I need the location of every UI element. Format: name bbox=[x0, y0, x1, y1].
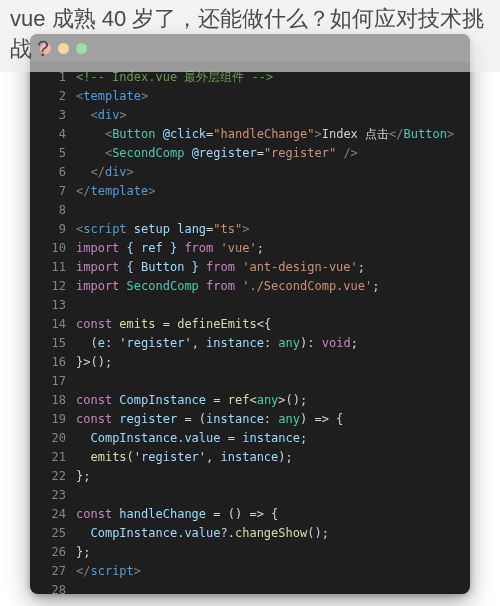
line-number: 18 bbox=[30, 391, 66, 410]
code-line bbox=[76, 581, 462, 594]
line-number: 6 bbox=[30, 163, 66, 182]
code-line: </script> bbox=[76, 562, 462, 581]
code-line: </template> bbox=[76, 182, 462, 201]
article-title: vue 成熟 40 岁了，还能做什么？如何应对技术挑战？ bbox=[0, 0, 500, 72]
code-line: import { Button } from 'ant-design-vue'; bbox=[76, 258, 462, 277]
line-number: 13 bbox=[30, 296, 66, 315]
line-number: 10 bbox=[30, 239, 66, 258]
code-line: <script setup lang="ts"> bbox=[76, 220, 462, 239]
code-line: <template> bbox=[76, 87, 462, 106]
code-line: import { ref } from 'vue'; bbox=[76, 239, 462, 258]
code-line bbox=[76, 372, 462, 391]
code-content: <!-- Index.vue 最外层组件 --><template> <div>… bbox=[76, 68, 470, 594]
line-number: 8 bbox=[30, 201, 66, 220]
code-line: import SecondComp from './SecondComp.vue… bbox=[76, 277, 462, 296]
line-number: 24 bbox=[30, 505, 66, 524]
line-number-gutter: 1234567891011121314151617181920212223242… bbox=[30, 68, 76, 594]
code-line: const CompInstance = ref<any>(); bbox=[76, 391, 462, 410]
line-number: 4 bbox=[30, 125, 66, 144]
code-line: const emits = defineEmits<{ bbox=[76, 315, 462, 334]
line-number: 27 bbox=[30, 562, 66, 581]
line-number: 19 bbox=[30, 410, 66, 429]
code-line bbox=[76, 201, 462, 220]
line-number: 26 bbox=[30, 543, 66, 562]
code-area: 1234567891011121314151617181920212223242… bbox=[30, 62, 470, 594]
line-number: 16 bbox=[30, 353, 66, 372]
code-line: emits('register', instance); bbox=[76, 448, 462, 467]
line-number: 9 bbox=[30, 220, 66, 239]
code-line: }>(); bbox=[76, 353, 462, 372]
code-editor-window: 1234567891011121314151617181920212223242… bbox=[30, 34, 470, 594]
code-line bbox=[76, 486, 462, 505]
code-line: <div> bbox=[76, 106, 462, 125]
line-number: 20 bbox=[30, 429, 66, 448]
code-line: }; bbox=[76, 467, 462, 486]
line-number: 2 bbox=[30, 87, 66, 106]
code-line: (e: 'register', instance: any): void; bbox=[76, 334, 462, 353]
line-number: 14 bbox=[30, 315, 66, 334]
line-number: 15 bbox=[30, 334, 66, 353]
code-line: CompInstance.value?.changeShow(); bbox=[76, 524, 462, 543]
code-line: const register = (instance: any) => { bbox=[76, 410, 462, 429]
code-line: </div> bbox=[76, 163, 462, 182]
line-number: 17 bbox=[30, 372, 66, 391]
line-number: 3 bbox=[30, 106, 66, 125]
code-line: <SecondComp @register="register" /> bbox=[76, 144, 462, 163]
line-number: 22 bbox=[30, 467, 66, 486]
code-line: const handleChange = () => { bbox=[76, 505, 462, 524]
code-line: CompInstance.value = instance; bbox=[76, 429, 462, 448]
line-number: 23 bbox=[30, 486, 66, 505]
line-number: 7 bbox=[30, 182, 66, 201]
code-line: <Button @click="handleChange">Index 点击</… bbox=[76, 125, 462, 144]
line-number: 12 bbox=[30, 277, 66, 296]
line-number: 25 bbox=[30, 524, 66, 543]
line-number: 21 bbox=[30, 448, 66, 467]
code-line: }; bbox=[76, 543, 462, 562]
line-number: 5 bbox=[30, 144, 66, 163]
line-number: 28 bbox=[30, 581, 66, 594]
code-line bbox=[76, 296, 462, 315]
line-number: 11 bbox=[30, 258, 66, 277]
